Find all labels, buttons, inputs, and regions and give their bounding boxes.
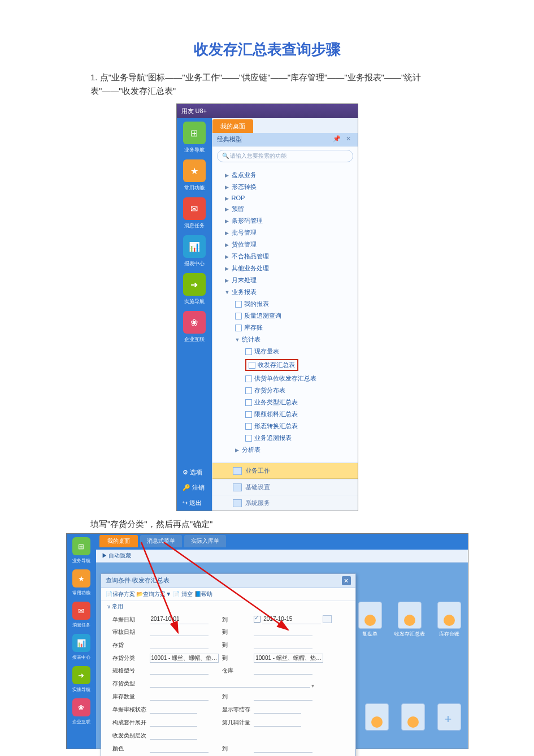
unit2-input[interactable] [254, 718, 301, 727]
cat-to-input[interactable]: 10001 - 螺丝、螺帽、垫… [254, 654, 323, 663]
tree-item[interactable]: 业务类型汇总表 [245, 396, 358, 408]
calendar-icon[interactable] [323, 615, 332, 623]
tree-item[interactable]: 存货分布表 [245, 385, 358, 396]
footer-logout[interactable]: 🔑 注销 [177, 480, 212, 495]
tree-item[interactable]: ▶盘点业务 [225, 169, 358, 181]
build-input[interactable] [150, 718, 197, 727]
nav-icon-report[interactable]: 📊 [72, 634, 90, 652]
desk-shortcut[interactable]: 库存台账 [437, 602, 461, 638]
tab-desktop[interactable]: 我的桌面 [99, 535, 138, 547]
cat-system-service[interactable]: 系统服务 [212, 495, 358, 511]
tab-desktop[interactable]: 我的桌面 [212, 119, 253, 133]
tree-item[interactable]: 库存账 [235, 322, 358, 334]
show-zero-input[interactable] [254, 705, 301, 714]
tree-item[interactable]: ▶ROP [225, 193, 358, 203]
document-title: 收发存汇总表查询步骤 [28, 40, 506, 59]
nav-icon-ent[interactable]: ❀ [72, 698, 90, 716]
color-to-input[interactable] [254, 744, 312, 753]
desk-shortcut[interactable]: 收发存汇总表 [394, 602, 425, 638]
tree-item[interactable]: ▶批号管理 [225, 227, 358, 239]
audit-from-input[interactable] [150, 628, 209, 636]
nav-label: 实施导航 [72, 686, 90, 693]
tree-item[interactable]: 形态转换汇总表 [245, 420, 358, 432]
nav-icon-message[interactable]: ✉ [72, 602, 90, 620]
dialog-form: 单据日期 2017-10-01 到 2017-10-15 审核日期 到 [101, 612, 355, 756]
nav-label: 消息任务 [184, 222, 205, 230]
nav-icon-ent[interactable]: ❀ [183, 311, 206, 334]
tree-item[interactable]: ▶分析表 [235, 444, 358, 456]
tree-item[interactable]: ▶其他业务处理 [225, 262, 358, 274]
nav-icon-common[interactable]: ★ [183, 159, 206, 182]
nav-icon-business[interactable]: ⊞ [72, 537, 90, 555]
qty-from-input[interactable] [150, 692, 209, 701]
window-buttons[interactable]: 📌 ✕ [333, 135, 353, 144]
dialog-section[interactable]: ∨常用 [101, 601, 355, 612]
auto-hide-bar[interactable]: ▶ 自动隐藏 [96, 550, 468, 563]
color-from-input[interactable] [150, 744, 209, 753]
desk-shortcut[interactable]: 复盘单 [358, 602, 382, 638]
label-inv: 存货 [112, 639, 150, 652]
tree-item[interactable]: ▶月末处理 [225, 274, 358, 286]
tree-item[interactable]: 现存量表 [245, 345, 358, 357]
cat-basic-settings[interactable]: 基础设置 [212, 479, 358, 495]
inv-to-input[interactable] [254, 641, 312, 649]
nav-icon-impl[interactable]: ➜ [183, 273, 206, 296]
tree-item[interactable]: 供货单位收发存汇总表 [245, 373, 358, 385]
tab-strip: 我的桌面 [212, 118, 358, 133]
label-inv-cat: 存货分类 [112, 652, 150, 664]
tree-item-stats[interactable]: ▼统计表 [235, 334, 358, 345]
audit-state-input[interactable] [150, 705, 197, 714]
desk-add[interactable] [437, 703, 461, 732]
close-icon[interactable]: ✕ [342, 576, 351, 585]
qty-to-input[interactable] [254, 692, 312, 701]
search-input[interactable]: 🔍 请输入您要搜索的功能 [217, 150, 353, 162]
label-build: 构成套件展开 [112, 716, 150, 729]
date-from-input[interactable]: 2017-10-01 [150, 616, 209, 624]
nav-label: 企业互联 [184, 336, 205, 343]
tree-item[interactable]: 限额领料汇总表 [245, 408, 358, 420]
wh-input[interactable] [254, 666, 312, 675]
dialog-toolbar[interactable]: 📄保存方案 📂查询方案▼ 📄 清空 📘帮助 [101, 588, 355, 601]
date-to-input[interactable]: 2017-10-15 [262, 616, 321, 624]
tree-item[interactable]: ▶形态转换 [225, 181, 358, 193]
label-color: 颜色 [112, 742, 150, 755]
audit-to-input[interactable] [254, 628, 312, 636]
screenshot-1: 用友 U8+ ⊞ 业务导航 ★ 常用功能 ✉ 消息任务 📊 报表中心 ➜ 实施导… [176, 103, 358, 511]
nav-label: 常用功能 [184, 184, 205, 192]
tree-item[interactable]: ▶货位管理 [225, 239, 358, 250]
dialog-title: 查询条件-收发存汇总表 [106, 576, 170, 585]
label-spec: 规格型号 [112, 664, 150, 677]
sidebar-footer: ⚙ 选项 🔑 注销 ↪ 退出 [177, 465, 212, 511]
sum-level-input[interactable] [150, 731, 197, 740]
nav-icon-impl[interactable]: ➜ [72, 666, 90, 684]
tab-inbound[interactable]: 实际入库单 [184, 535, 226, 547]
tree-item[interactable]: ▶条形码管理 [225, 215, 358, 227]
tree-item-highlighted[interactable]: 收发存汇总表 [245, 357, 358, 373]
dropdown-icon[interactable]: ▾ [311, 682, 314, 689]
nav-icon-report[interactable]: 📊 [183, 235, 206, 258]
inv-type-input[interactable] [150, 679, 310, 688]
tree-item[interactable]: 我的报表 [235, 298, 358, 310]
tree-item[interactable]: ▶预留 [225, 203, 358, 215]
cat-business-work[interactable]: 业务工作 [212, 463, 358, 479]
label-show-zero: 显示零结存 [222, 703, 254, 716]
footer-options[interactable]: ⚙ 选项 [177, 465, 212, 480]
spec-input[interactable] [150, 666, 209, 675]
desk-shortcut[interactable] [365, 703, 389, 732]
footer-exit[interactable]: ↪ 退出 [177, 495, 212, 511]
nav-icon-message[interactable]: ✉ [183, 197, 206, 220]
tree-item[interactable]: 业务追溯报表 [245, 432, 358, 444]
desk-shortcut[interactable] [401, 703, 425, 732]
inv-from-input[interactable] [150, 641, 209, 649]
tree-item[interactable]: ▶不合格品管理 [225, 250, 358, 262]
tab-strip: 我的桌面 消息式菜单 实际入库单 [96, 534, 468, 550]
checkbox-icon[interactable] [254, 616, 261, 623]
cat-from-input[interactable]: 10001 - 螺丝、螺帽、垫… [150, 654, 219, 663]
tab-menu[interactable]: 消息式菜单 [140, 535, 182, 547]
nav-icon-common[interactable]: ★ [72, 569, 90, 587]
nav-label: 报表中心 [184, 260, 205, 267]
tree-item[interactable]: 质量追溯查询 [235, 310, 358, 322]
label-to: 到 [222, 639, 254, 652]
tree-item-reports[interactable]: ▼业务报表 [225, 286, 358, 298]
nav-icon-business[interactable]: ⊞ [183, 122, 206, 144]
